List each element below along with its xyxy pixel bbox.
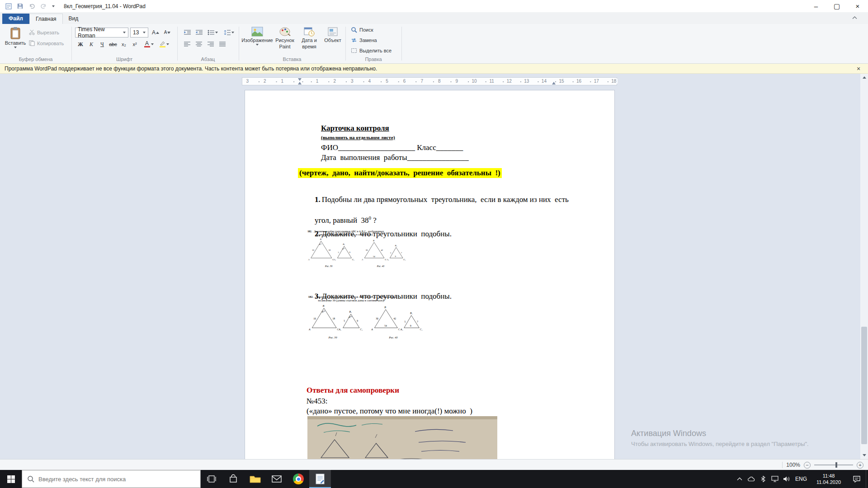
zoom-out-button[interactable]: − — [804, 462, 811, 469]
bluetooth-icon[interactable] — [757, 470, 769, 488]
svg-text:B: B — [320, 238, 321, 240]
text-highlight-button[interactable] — [157, 39, 171, 49]
ruler-first-line-indent-marker[interactable] — [298, 78, 302, 81]
taskbar-search[interactable] — [22, 470, 201, 488]
ruler-number: 5 — [383, 79, 391, 84]
svg-text:Рис. 40: Рис. 40 — [388, 336, 397, 339]
search-input[interactable] — [38, 476, 188, 483]
date-time-button[interactable]: Дата и время — [298, 27, 320, 49]
microsoft-store-button[interactable] — [222, 470, 244, 488]
compatibility-warning-bar: Программа WordPad поддерживает не все фу… — [0, 64, 868, 74]
align-center-button[interactable] — [193, 39, 204, 49]
customize-quick-access-icon[interactable] — [52, 5, 55, 7]
replace-icon — [351, 37, 357, 43]
line-spacing-button[interactable] — [222, 28, 236, 38]
insert-image-button[interactable]: Изображение — [243, 27, 271, 46]
answer-photo — [307, 416, 497, 459]
strikethrough-button[interactable]: abc — [108, 39, 118, 49]
align-right-button[interactable] — [205, 39, 216, 49]
svg-text:5: 5 — [338, 251, 340, 253]
tray-expand-icon[interactable] — [734, 470, 745, 488]
tab-file[interactable]: Файл — [2, 14, 29, 24]
zoom-slider[interactable] — [814, 461, 853, 469]
replace-button[interactable]: Замена — [351, 37, 377, 43]
zoom-slider-thumb[interactable] — [835, 462, 837, 468]
volume-icon[interactable] — [781, 470, 793, 488]
chrome-button[interactable] — [288, 470, 309, 488]
select-all-button[interactable]: Выделить все — [351, 47, 392, 54]
font-size-combobox[interactable]: 13 — [130, 28, 148, 38]
file-explorer-button[interactable] — [244, 470, 266, 488]
vertical-scrollbar[interactable] — [860, 74, 868, 459]
svg-text:B: B — [323, 305, 325, 307]
ruler-number: 3 — [349, 79, 356, 84]
ruler-number: 8 — [436, 79, 443, 84]
close-button[interactable]: × — [847, 0, 868, 12]
increase-indent-button[interactable] — [193, 28, 204, 38]
tab-view[interactable]: Вид — [63, 14, 85, 24]
ruler-right-indent-marker[interactable] — [552, 82, 556, 84]
language-indicator[interactable]: ENG — [793, 476, 810, 482]
svg-text:182.: 182. — [308, 295, 314, 298]
align-left-button[interactable] — [182, 39, 193, 49]
window-controls: – ▢ × — [806, 0, 868, 12]
tab-home[interactable]: Главная — [29, 14, 63, 24]
scroll-up-button[interactable] — [860, 74, 868, 81]
network-icon[interactable] — [769, 470, 781, 488]
show-desktop-button[interactable] — [866, 470, 868, 488]
svg-text:A: A — [307, 258, 310, 261]
paste-button[interactable]: Вставить — [4, 27, 27, 48]
start-button[interactable] — [0, 470, 22, 488]
superscript-button[interactable]: x² — [129, 39, 140, 49]
wordpad-taskbar-button[interactable] — [309, 470, 331, 488]
find-button[interactable]: Поиск — [351, 27, 373, 33]
italic-button[interactable]: К — [86, 39, 97, 49]
decrease-indent-button[interactable] — [182, 28, 193, 38]
scissors-icon — [29, 29, 35, 35]
insert-object-button[interactable]: Объект — [322, 27, 344, 43]
scroll-down-button[interactable] — [860, 451, 868, 459]
task-view-icon — [207, 474, 217, 483]
svg-text:Докажите подобие треугольников: Докажите подобие треугольников ABC и A₁B… — [314, 230, 384, 233]
font-family-combobox[interactable]: Times New Roman — [75, 28, 128, 38]
ruler-number: 10 — [471, 79, 478, 84]
warning-close-icon[interactable]: × — [854, 65, 863, 72]
action-center-icon[interactable] — [848, 470, 866, 488]
minimize-button[interactable]: – — [806, 0, 826, 12]
redo-icon[interactable] — [40, 3, 47, 9]
ruler-number: 12 — [505, 79, 513, 84]
zoom-in-button[interactable]: + — [857, 462, 863, 469]
doc-subtitle: (выполнить на отдельном листе) — [321, 135, 395, 140]
shrink-font-button[interactable]: А — [162, 28, 173, 38]
mail-button[interactable] — [266, 470, 288, 488]
underline-button[interactable]: Ч — [97, 39, 108, 49]
maximize-button[interactable]: ▢ — [826, 0, 847, 12]
subscript-button[interactable]: x₂ — [118, 39, 129, 49]
grow-font-label: А — [152, 30, 156, 35]
bold-button[interactable]: Ж — [75, 39, 86, 49]
undo-icon[interactable] — [28, 3, 35, 9]
taskbar-clock[interactable]: 11:48 11.04.2020 — [810, 473, 848, 485]
activation-watermark: Активация Windows Чтобы активировать Win… — [631, 429, 809, 447]
collapse-ribbon-icon[interactable] — [852, 13, 857, 21]
grow-font-button[interactable]: А — [150, 28, 161, 38]
font-color-button[interactable]: A — [142, 39, 156, 49]
document-page[interactable]: Карточка контроля (выполнить на отдельно… — [245, 90, 614, 459]
scrollbar-thumb[interactable] — [861, 327, 867, 444]
svg-text:A₁: A₁ — [338, 328, 341, 331]
font-size-value: 13 — [133, 29, 139, 36]
onedrive-icon[interactable] — [745, 470, 757, 488]
fio-line: ФИО____________________ Класс_______ — [321, 143, 463, 152]
list-icon — [208, 30, 214, 35]
copy-button[interactable]: Копировать — [29, 40, 64, 46]
svg-text:9: 9 — [349, 251, 351, 253]
save-icon[interactable] — [17, 3, 24, 9]
paint-drawing-button[interactable]: Рисунок Paint — [273, 27, 297, 49]
svg-text:9: 9 — [395, 255, 396, 258]
task-view-button[interactable] — [201, 470, 222, 488]
ruler-left-indent-marker[interactable] — [298, 82, 302, 84]
justify-button[interactable] — [217, 39, 228, 49]
list-button[interactable] — [205, 28, 220, 38]
cut-button[interactable]: Вырезать — [29, 29, 59, 35]
wordpad-icon — [316, 474, 325, 484]
